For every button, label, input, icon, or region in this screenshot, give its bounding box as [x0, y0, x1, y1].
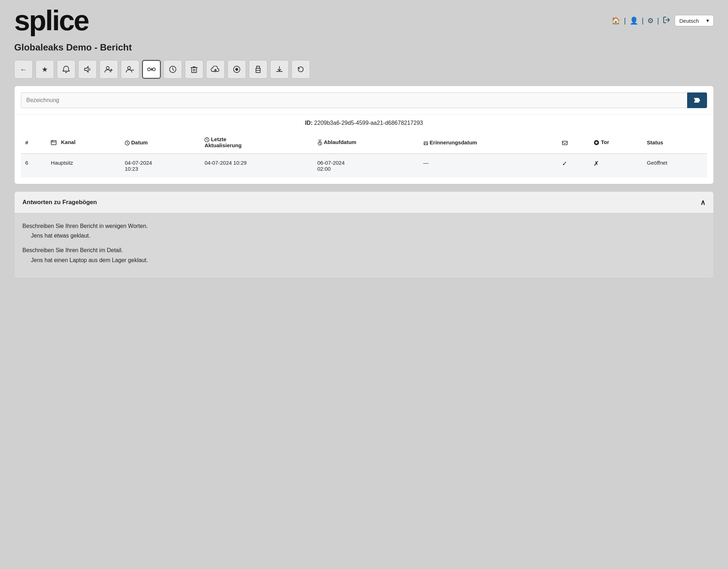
id-value: 2209b3a6-29d5-4599-aa21-d68678217293	[314, 120, 423, 126]
cell-letzte-aktualisierung: 04-07-2024 10:29	[200, 154, 313, 177]
speaker-button[interactable]	[78, 60, 97, 79]
logout-icon[interactable]	[660, 15, 673, 27]
questionnaire-item-2: Beschreiben Sie Ihren Bericht im Detail.…	[22, 245, 706, 265]
table-row: 6 Hauptsitz 04-07-202410:23 04-07-2024 1…	[21, 154, 707, 177]
answer-2: Jens hat einen Laptop aus dem Lager gekl…	[22, 255, 706, 265]
search-input[interactable]	[21, 92, 687, 108]
page-title: Globaleaks Demo - Bericht	[0, 38, 728, 60]
refresh-button[interactable]	[291, 60, 310, 79]
svg-marker-0	[85, 67, 88, 72]
svg-point-10	[260, 69, 261, 70]
cell-status: Geöffnet	[643, 154, 707, 177]
questionnaire-title: Antworten zu Fragebögen	[22, 199, 97, 206]
transfer-button[interactable]	[142, 60, 161, 79]
questionnaire-body: Beschreiben Sie Ihren Bericht in wenigen…	[15, 213, 713, 278]
search-bar	[15, 86, 713, 115]
search-tag-button[interactable]	[687, 92, 707, 108]
answer-1: Jens hat etwas geklaut.	[22, 231, 706, 240]
col-erinnerungsdatum: Erinnerungsdatum	[419, 131, 558, 154]
cell-num: 6	[21, 154, 47, 177]
logo-wrapper: splice	[14, 6, 89, 35]
language-label: Deutsch	[679, 18, 699, 24]
star-button[interactable]: ★	[36, 60, 54, 79]
col-datum: Datum	[121, 131, 200, 154]
col-email	[558, 131, 589, 154]
cell-kanal: Hauptsitz	[47, 154, 121, 177]
svg-point-2	[128, 67, 130, 69]
table-section: # Kanal	[15, 131, 713, 184]
col-kanal: Kanal	[47, 131, 121, 154]
header: splice 🏠 | 👤 | ⚙ | Deutsch ▾	[0, 0, 728, 38]
settings-icon[interactable]: ⚙	[645, 15, 656, 26]
chevron-down-icon: ▾	[706, 17, 709, 24]
bell-button[interactable]	[57, 60, 75, 79]
cell-ablaufdatum: 06-07-202402:00	[313, 154, 419, 177]
table-header-row: # Kanal	[21, 131, 707, 154]
questionnaire-section: Antworten zu Fragebögen ∧ Beschreiben Si…	[14, 191, 714, 278]
remove-user-button[interactable]	[121, 60, 139, 79]
record-button[interactable]	[228, 60, 246, 79]
cloud-button[interactable]	[206, 60, 225, 79]
questionnaire-header[interactable]: Antworten zu Fragebögen ∧	[15, 192, 713, 213]
svg-point-3	[148, 68, 150, 71]
question-2: Beschreiben Sie Ihren Bericht im Detail.	[22, 245, 706, 255]
delete-button[interactable]	[185, 60, 203, 79]
download-button[interactable]	[270, 60, 289, 79]
col-letzte-aktualisierung: LetzteAktualisierung	[200, 131, 313, 154]
user-icon[interactable]: 👤	[627, 15, 641, 26]
id-row: ID: 2209b3a6-29d5-4599-aa21-d68678217293	[15, 115, 713, 131]
svg-point-4	[152, 68, 155, 71]
cell-erinnerungsdatum: —	[419, 154, 558, 177]
cell-datum: 04-07-202410:23	[121, 154, 200, 177]
questionnaire-item-1: Beschreiben Sie Ihren Bericht in wenigen…	[22, 221, 706, 240]
kanal-icon	[51, 139, 59, 145]
sep2: |	[641, 17, 644, 25]
col-num: #	[21, 131, 47, 154]
top-nav: 🏠 | 👤 | ⚙ | Deutsch ▾	[609, 15, 714, 27]
clock-button[interactable]	[164, 60, 182, 79]
svg-rect-11	[51, 140, 56, 145]
home-icon[interactable]: 🏠	[609, 15, 622, 26]
language-select[interactable]: Deutsch ▾	[675, 15, 714, 26]
back-button[interactable]: ←	[14, 60, 33, 79]
toolbar: ← ★	[0, 60, 728, 86]
svg-rect-9	[256, 70, 260, 73]
nav-icons: 🏠 | 👤 | ⚙ |	[609, 15, 673, 27]
cell-tor: ✗	[589, 154, 642, 177]
id-label: ID:	[305, 120, 312, 126]
svg-rect-15	[562, 141, 567, 145]
sep3: |	[657, 17, 660, 25]
col-tor: Tor	[589, 131, 642, 154]
svg-rect-6	[192, 68, 197, 73]
main-content: ID: 2209b3a6-29d5-4599-aa21-d68678217293…	[14, 86, 714, 184]
sep1: |	[623, 17, 626, 25]
collapse-icon: ∧	[700, 198, 706, 207]
add-user-button[interactable]	[100, 60, 118, 79]
splice-logo: splice	[14, 6, 89, 35]
question-1: Beschreiben Sie Ihren Bericht in wenigen…	[22, 221, 706, 231]
print-button[interactable]	[249, 60, 267, 79]
cell-email: ✓	[558, 154, 589, 177]
col-ablaufdatum: Ablaufdatum	[313, 131, 419, 154]
report-table: # Kanal	[21, 131, 707, 177]
svg-point-17	[595, 142, 598, 144]
svg-point-1	[106, 67, 109, 69]
col-status: Status	[643, 131, 707, 154]
svg-point-8	[235, 68, 238, 71]
